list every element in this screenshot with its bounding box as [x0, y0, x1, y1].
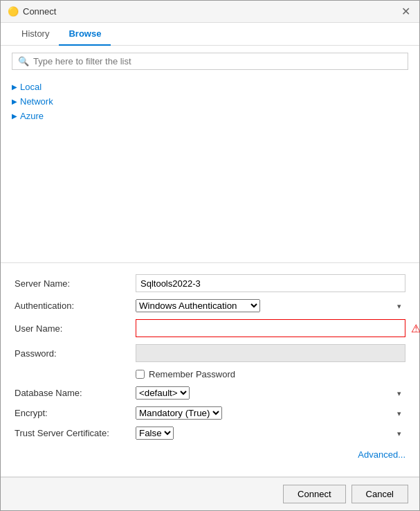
- server-name-input[interactable]: [136, 274, 405, 292]
- connect-dialog: 🟡 Connect ✕ History Browse 🔍 ▶ Local ▶ N…: [0, 0, 420, 511]
- tree-item-azure[interactable]: ▶ Azure: [12, 109, 408, 123]
- advanced-row: Advanced...: [15, 447, 405, 465]
- search-icon: 🔍: [18, 56, 29, 66]
- form-section: Server Name: Authentication: Windows Aut…: [1, 263, 419, 476]
- password-disabled: [136, 344, 405, 362]
- tree-label-local: Local: [20, 82, 42, 92]
- database-name-label: Database Name:: [15, 388, 136, 398]
- titlebar: 🟡 Connect ✕: [1, 1, 419, 23]
- password-label: Password:: [15, 348, 136, 359]
- password-row: Password:: [15, 344, 405, 362]
- trust-cert-select[interactable]: False True: [136, 427, 174, 440]
- tree-item-local[interactable]: ▶ Local: [12, 80, 408, 94]
- tree-section: ▶ Local ▶ Network ▶ Azure: [1, 77, 419, 262]
- username-control: ⚠: [136, 319, 405, 337]
- tab-history[interactable]: History: [12, 23, 59, 46]
- tree-label-azure: Azure: [20, 111, 44, 121]
- search-input[interactable]: [33, 56, 402, 66]
- tree-item-network[interactable]: ▶ Network: [12, 94, 408, 109]
- trust-cert-select-wrapper: False True: [136, 427, 405, 440]
- encrypt-row: Encrypt: Mandatory (True) Optional (Fals…: [15, 406, 405, 420]
- titlebar-left: 🟡 Connect: [8, 6, 56, 17]
- trust-cert-label: Trust Server Certificate:: [15, 428, 136, 438]
- error-icon: ⚠: [411, 322, 420, 335]
- footer: Connect Cancel: [1, 477, 419, 510]
- encrypt-select[interactable]: Mandatory (True) Optional (False): [136, 406, 222, 420]
- database-name-row: Database Name: <default>: [15, 386, 405, 400]
- connect-button[interactable]: Connect: [283, 485, 345, 503]
- expand-arrow-local: ▶: [12, 83, 17, 91]
- tab-bar: History Browse: [1, 23, 419, 46]
- username-input[interactable]: [136, 319, 405, 337]
- encrypt-label: Encrypt:: [15, 408, 136, 418]
- server-name-label: Server Name:: [15, 278, 136, 289]
- database-name-select[interactable]: <default>: [136, 386, 190, 400]
- expand-arrow-azure: ▶: [12, 112, 17, 120]
- tab-browse[interactable]: Browse: [59, 23, 111, 46]
- server-name-row: Server Name:: [15, 274, 405, 292]
- remember-password-label[interactable]: Remember Password: [149, 369, 235, 379]
- app-icon: 🟡: [8, 6, 19, 17]
- advanced-link[interactable]: Advanced...: [358, 449, 405, 460]
- authentication-label: Authentication:: [15, 301, 136, 311]
- encrypt-select-wrapper: Mandatory (True) Optional (False): [136, 406, 405, 420]
- authentication-select-wrapper: Windows Authentication SQL Server Authen…: [136, 299, 405, 312]
- server-name-control: [136, 274, 405, 292]
- window-title: Connect: [23, 6, 56, 17]
- database-name-select-wrapper: <default>: [136, 386, 405, 400]
- cancel-button[interactable]: Cancel: [351, 485, 408, 503]
- authentication-row: Authentication: Windows Authentication S…: [15, 299, 405, 312]
- search-bar: 🔍: [12, 53, 408, 70]
- password-control: [136, 344, 405, 362]
- username-label: User Name:: [15, 323, 136, 334]
- authentication-select[interactable]: Windows Authentication SQL Server Authen…: [136, 299, 260, 312]
- remember-password-row: Remember Password: [136, 369, 405, 379]
- expand-arrow-network: ▶: [12, 98, 17, 105]
- remember-password-checkbox[interactable]: [136, 370, 145, 379]
- trust-cert-row: Trust Server Certificate: False True: [15, 427, 405, 440]
- close-button[interactable]: ✕: [399, 5, 412, 19]
- tree-label-network: Network: [20, 96, 53, 107]
- username-row: User Name: ⚠: [15, 319, 405, 337]
